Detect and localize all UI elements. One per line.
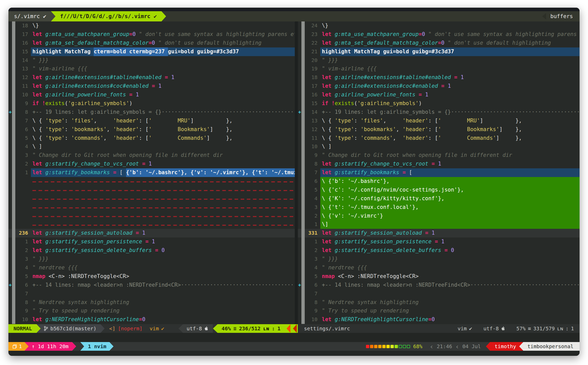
code-line[interactable]: 8let g:startify_change_to_vcs_root = 1 (298, 160, 580, 168)
code-line[interactable]: 10\ ] (298, 142, 580, 151)
code-line[interactable]: 11let g:airline#extensions#coc#enabled =… (8, 82, 295, 91)
code-line[interactable]: 19" vim-airline {{{ (298, 65, 580, 73)
tmux-window-tab[interactable]: 1 nvim (80, 342, 114, 351)
code-line[interactable]: 3\ {'t': '~/.tmux.conf.local'}, (298, 203, 580, 212)
code-line[interactable]: 2\ {'v': '~/.vimrc'} (298, 212, 580, 220)
code-line[interactable]: 13\ { 'type': 'files', 'header': [' MRU'… (298, 117, 580, 125)
vim-statusline: NORMAL b567c1d(master) <] [noperm] vim ✔… (8, 324, 580, 333)
code-line[interactable]: 16let g:mta_set_default_matchtag_color=0… (8, 39, 295, 47)
code-line[interactable]: 18\} (8, 21, 295, 30)
fold-column (298, 194, 301, 203)
code-line[interactable]: 16let g:airline_powerline_fonts = 1 (298, 91, 580, 99)
code-line[interactable]: 15highlight MatchTag cterm=bold ctermbg=… (8, 47, 295, 56)
code-line[interactable]: 4\ ] (8, 142, 295, 151)
code-line[interactable]: 7\ { 'type': 'files', 'header': [' MRU']… (8, 117, 295, 125)
code-line[interactable]: 2let g:startify_session_delete_buffers =… (298, 246, 580, 255)
vim-command-line[interactable] (8, 333, 580, 342)
code-line[interactable]: 17let g:mta_use_matchparen_group=0 " don… (8, 30, 295, 39)
code-line[interactable]: 9if !exists('g:airline_symbols') (8, 99, 295, 108)
code-line[interactable]: 331let g:startify_session_autoload = 1 (298, 229, 580, 237)
code-line[interactable]: +6+-- 14 lines: nmap <leader>n :NERDTree… (8, 281, 295, 290)
code-line[interactable]: 9" Change dir to Git root when opening f… (298, 151, 580, 160)
filetype-label: vim (150, 325, 159, 332)
code-line[interactable]: 1\] (298, 220, 580, 229)
code-line[interactable]: 1let g:startify_bookmarks = [ {'b': '~/.… (8, 168, 295, 177)
tab-vimrc-active[interactable]: f///U/t/D/G/d/.g//b/s/.vimrc ✔ (51, 11, 166, 21)
code-line[interactable]: 12let g:airline#extensions#tabline#enabl… (8, 73, 295, 82)
code-line[interactable]: +6+-- 14 lines: nmap <leader>n :NERDTree… (298, 281, 580, 290)
fold-marker-icon[interactable]: + (8, 281, 12, 290)
fold-column (298, 255, 301, 263)
line-number: 3 (15, 151, 31, 160)
gutter-strip (12, 142, 15, 151)
code-line[interactable]: 9" Try to speed up rendering (298, 307, 580, 315)
code-line[interactable]: 6\ { 'type': 'bookmarks', 'header': [' B… (8, 125, 295, 134)
code-line[interactable]: 15if !exists('g:airline_symbols') (298, 99, 580, 108)
code-line[interactable]: 3" }}} (298, 255, 580, 263)
code-line[interactable]: 4\ {'K': '~/.config/kitty/kitty.conf'}, (298, 194, 580, 203)
code-line[interactable]: 2let g:startify_session_delete_buffers =… (8, 246, 295, 255)
code-line[interactable]: 3" Change dir to Git root when opening f… (8, 151, 295, 160)
code-line[interactable] (8, 203, 295, 212)
code-line[interactable]: 22let g:mta_set_default_matchtag_color=0… (298, 39, 580, 47)
code-line[interactable]: 21highlight MatchTag gui=bold guibg=#3c3… (298, 47, 580, 56)
code-line[interactable]: 10let g:airline_powerline_fonts = 1 (8, 91, 295, 99)
window-name: 1 nvim (88, 343, 106, 349)
code-line[interactable]: 1let g:startify_session_persistence = 1 (8, 237, 295, 246)
vertical-split-divider[interactable] (295, 21, 298, 324)
code-line[interactable]: 7 (8, 290, 295, 298)
code-line[interactable]: 8" Nerdtree syntax highlighting (8, 298, 295, 307)
code-line[interactable]: 4" nerdtree {{{ (8, 263, 295, 272)
editor-pane-left[interactable]: 18\}17let g:mta_use_matchparen_group=0 "… (8, 21, 295, 324)
code-line[interactable]: 13" vim-airline {{{ (8, 65, 295, 73)
battery-cell-empty (407, 345, 410, 348)
code-line[interactable]: 23let g:mta_use_matchparen_group=0 " don… (298, 30, 580, 39)
code-line[interactable]: 236let g:startify_session_autoload = 1 (8, 229, 295, 237)
code-line[interactable]: +14+-- 19 lines: let g:airline_symbols =… (298, 108, 580, 117)
tmux-session-segment[interactable]: 1 (8, 342, 29, 351)
code-line[interactable]: 8" Nerdtree syntax highlighting (298, 298, 580, 307)
code-line[interactable]: 1let g:startify_session_persistence = 1 (298, 237, 580, 246)
code-line[interactable]: 2let g:startify_change_to_vcs_root = 1 (8, 160, 295, 168)
git-branch-segment: b567c1d(master) (36, 324, 105, 333)
line-number: 9 (15, 99, 31, 108)
code-text: if !exists('g:airline_symbols') (320, 99, 580, 108)
code-line[interactable]: 20" }}} (298, 56, 580, 65)
code-line[interactable]: 14" }}} (8, 56, 295, 65)
code-line[interactable]: +8+-- 19 lines: let g:airline_symbols = … (8, 108, 295, 117)
code-line[interactable] (8, 212, 295, 220)
code-line[interactable]: 12\ { 'type': 'bookmarks', 'header': [' … (298, 125, 580, 134)
code-line[interactable] (8, 186, 295, 194)
code-line[interactable]: 5\ {'c': '~/.config/nvim/coc-settings.js… (298, 186, 580, 194)
code-line[interactable]: 11\ { 'type': 'commands', 'header': [' C… (298, 134, 580, 143)
tab-vimrc-short[interactable]: s/.vimrc ✔ (8, 11, 55, 21)
fold-marker-icon[interactable]: + (8, 108, 12, 117)
code-line[interactable] (8, 220, 295, 229)
code-line[interactable] (8, 194, 295, 203)
fold-column (298, 160, 301, 168)
code-line[interactable]: 6\ {'b': '~/.bashrc'}, (298, 177, 580, 186)
code-line[interactable]: 5\ { 'type': 'commands', 'header': [' Co… (8, 134, 295, 143)
code-line[interactable]: 5nmap <C-n> :NERDTreeToggle<CR> (298, 272, 580, 281)
code-line[interactable]: 5nmap <C-n> :NERDTreeToggle<CR> (8, 272, 295, 281)
code-line[interactable]: 7 (298, 290, 580, 298)
code-line[interactable]: 9" Try to speed up rendering (8, 307, 295, 315)
fold-marker-icon[interactable]: + (298, 108, 301, 117)
code-line[interactable]: 17let g:airline#extensions#coc#enabled =… (298, 82, 580, 91)
fold-column (8, 82, 12, 91)
buffers-indicator[interactable]: buffers (542, 11, 580, 21)
code-line[interactable]: 3" }}} (8, 255, 295, 263)
fold-marker-icon[interactable]: + (298, 281, 301, 290)
code-line[interactable]: 7let g:startify_bookmarks = [ (298, 168, 580, 177)
code-line[interactable]: 4" nerdtree {{{ (298, 263, 580, 272)
editor-pane-right[interactable]: 24\}23let g:mta_use_matchparen_group=0 "… (298, 21, 580, 324)
fold-column (298, 290, 301, 298)
code-text: let g:mta_use_matchparen_group=0 " don't… (320, 30, 580, 39)
code-line[interactable]: 10let g:NERDTreeHighlightCursorline=0 (8, 315, 295, 324)
gutter-strip (301, 203, 305, 212)
code-line[interactable]: 18let g:airline#extensions#tabline#enabl… (298, 73, 580, 82)
code-line[interactable] (8, 177, 295, 186)
fold-column (298, 47, 301, 56)
code-line[interactable]: 10let g:NERDTreeHighlightCursorline=0 (298, 315, 580, 324)
code-line[interactable]: 24\} (298, 21, 580, 30)
